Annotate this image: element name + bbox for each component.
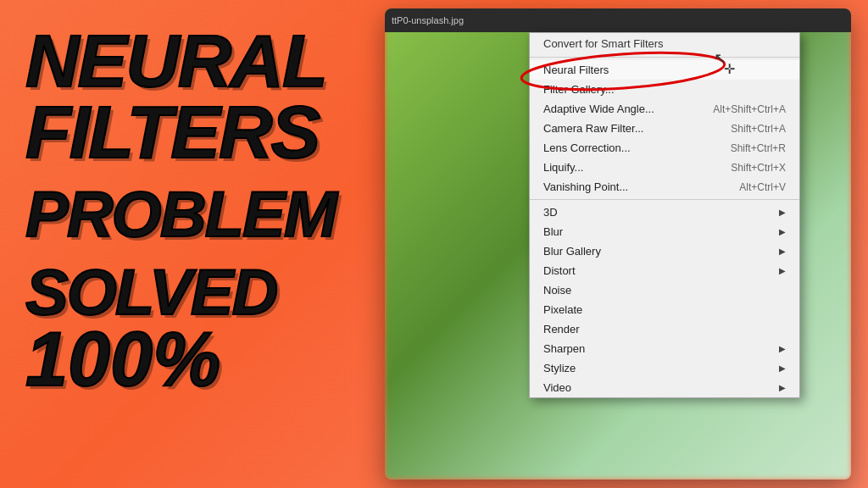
- menu-separator-2: [530, 199, 799, 200]
- arrow-icon-sharpen: ▶: [779, 344, 786, 353]
- menu-separator-1: [530, 57, 799, 58]
- ps-topbar: ttP0-unsplash.jpg: [385, 8, 851, 32]
- menu-item-noise[interactable]: Noise: [530, 280, 799, 300]
- menu-item-stylize[interactable]: Stylize ▶: [530, 358, 799, 378]
- subheadline-line3: PROBLEM: [25, 184, 390, 245]
- context-menu: Convert for Smart Filters Neural Filters…: [529, 32, 800, 398]
- arrow-icon-blur: ▶: [779, 227, 786, 236]
- menu-item-3d[interactable]: 3D ▶: [530, 202, 799, 222]
- shortcut-liquify: Shift+Ctrl+X: [731, 162, 786, 174]
- menu-item-vanishing-point[interactable]: Vanishing Point... Alt+Ctrl+V: [530, 177, 799, 197]
- arrow-icon-3d: ▶: [779, 208, 786, 217]
- menu-item-sharpen[interactable]: Sharpen ▶: [530, 339, 799, 358]
- menu-item-adaptive-wide[interactable]: Adaptive Wide Angle... Alt+Shift+Ctrl+A: [530, 99, 799, 119]
- move-tool-icon: ✛: [724, 61, 735, 77]
- arrow-icon-blur-gallery: ▶: [779, 247, 786, 256]
- left-panel: NEURAL FILTERS PROBLEM SOLVED 100%: [25, 25, 390, 396]
- shortcut-vanishing-point: Alt+Ctrl+V: [739, 181, 786, 193]
- menu-item-camera-raw[interactable]: Camera Raw Filter... Shift+Ctrl+A: [530, 119, 799, 138]
- percent-line5: 100%: [25, 324, 390, 396]
- menu-item-neural-filters[interactable]: Neural Filters: [530, 60, 799, 80]
- menu-item-render[interactable]: Render: [530, 319, 799, 339]
- shortcut-lens-correction: Shift+Ctrl+R: [731, 142, 786, 154]
- headline-line1: NEURAL: [25, 25, 390, 97]
- arrow-icon-stylize: ▶: [779, 363, 786, 373]
- menu-item-video[interactable]: Video ▶: [530, 378, 799, 397]
- subheadline-line4: SOLVED: [25, 262, 390, 323]
- arrow-icon-distort: ▶: [779, 266, 786, 275]
- shortcut-camera-raw: Shift+Ctrl+A: [731, 123, 786, 135]
- menu-item-blur-gallery[interactable]: Blur Gallery ▶: [530, 241, 799, 261]
- photoshop-screenshot: ttP0-unsplash.jpg Convert for Smart Filt…: [385, 8, 851, 480]
- arrow-icon-video: ▶: [779, 383, 786, 392]
- menu-item-distort[interactable]: Distort ▶: [530, 261, 799, 280]
- menu-item-convert-smart[interactable]: Convert for Smart Filters: [530, 33, 799, 54]
- shortcut-adaptive-wide: Alt+Shift+Ctrl+A: [713, 103, 786, 115]
- menu-item-blur[interactable]: Blur ▶: [530, 222, 799, 241]
- menu-item-lens-correction[interactable]: Lens Correction... Shift+Ctrl+R: [530, 138, 799, 158]
- ps-filename: ttP0-unsplash.jpg: [392, 15, 464, 25]
- menu-item-filter-gallery[interactable]: Filter Gallery...: [530, 80, 799, 99]
- headline-line2: FILTERS: [25, 97, 390, 168]
- menu-item-liquify[interactable]: Liquify... Shift+Ctrl+X: [530, 158, 799, 177]
- menu-item-pixelate[interactable]: Pixelate: [530, 300, 799, 319]
